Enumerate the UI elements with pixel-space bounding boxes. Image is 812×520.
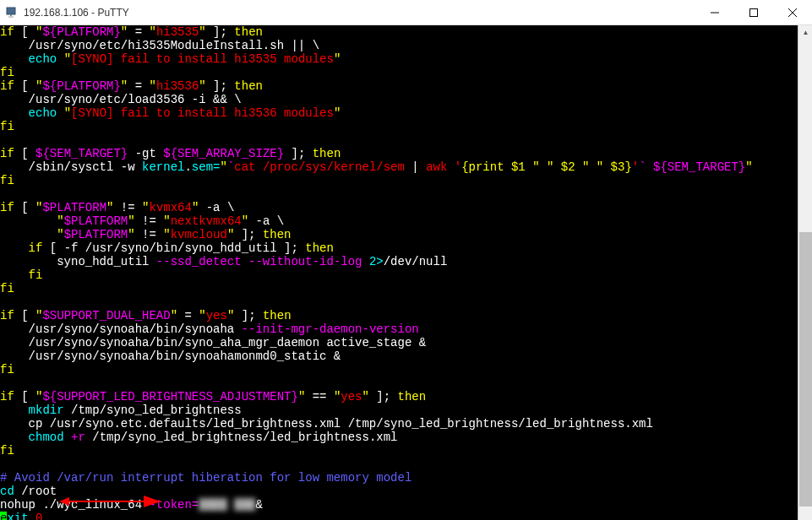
putty-icon — [5, 6, 19, 19]
code-token: /usr/syno/synoaha/bin/syno_aha_mgr_daemo… — [0, 336, 426, 349]
code-token: fi — [0, 444, 14, 458]
code-token: +r — [71, 431, 85, 444]
titlebar[interactable]: 192.168.1.106 - PuTTY — [0, 0, 812, 25]
code-token: " — [362, 390, 369, 404]
code-token: echo — [0, 106, 57, 120]
code-token: " — [128, 214, 134, 228]
code-token: ]; — [284, 147, 313, 160]
code-token: $PLATFORM — [42, 201, 106, 214]
minimize-button[interactable] — [695, 0, 734, 25]
code-token: hi3536 — [156, 79, 199, 93]
code-token: [SYNO] fail to install hi3536 modules — [71, 106, 334, 120]
code-token: /tmp/syno_led_brightness/led_brightness.… — [85, 431, 398, 444]
code-token: fi — [0, 120, 14, 133]
code-token: ' — [632, 160, 639, 174]
code-token: ${SEM_ARRAY_SIZE} — [163, 147, 284, 160]
code-token: # Avoid /var/run interrupt hiberation fo… — [0, 471, 411, 485]
scrollbar[interactable]: ▲ — [798, 25, 812, 520]
terminal-content[interactable]: if [ "${PLATFORM}" = "hi3535" ]; then /u… — [0, 25, 798, 520]
code-token: --ssd_detect --without-id-log — [156, 255, 362, 268]
code-token: " — [64, 52, 71, 66]
maximize-button[interactable] — [734, 0, 773, 25]
code-token: [ — [14, 147, 35, 160]
code-token: " — [242, 214, 248, 228]
code-token: " — [199, 79, 205, 93]
code-token: hi3535 — [156, 25, 199, 39]
code-token: --init-mgr-daemon-version — [242, 322, 419, 336]
code-token: if — [0, 390, 14, 404]
code-token: " — [334, 52, 341, 66]
code-token: cat /proc/sys/kernel/sem — [234, 160, 411, 174]
code-token: /usr/syno/synoaha/bin/synoahamonmd0_stat… — [0, 349, 341, 363]
code-token: $PLATFORM — [64, 214, 128, 228]
code-token: != — [135, 214, 164, 228]
code-token: " — [220, 160, 226, 174]
code-token: -a \ — [199, 201, 234, 214]
code-token: nextkvmx64 — [171, 214, 242, 228]
code-token: cd — [0, 485, 14, 498]
code-token: then — [263, 309, 292, 322]
code-token — [64, 431, 71, 444]
code-token — [57, 106, 63, 120]
code-token: $PLATFORM — [64, 228, 128, 241]
code-token: 2> — [369, 255, 384, 268]
code-token: then — [313, 147, 341, 160]
scroll-up-arrow[interactable]: ▲ — [798, 25, 812, 40]
code-token: mkdir — [0, 404, 64, 417]
close-button[interactable] — [773, 0, 812, 25]
code-token: /sbin/sysctl -w — [0, 160, 142, 174]
code-token: yes — [206, 309, 227, 322]
code-token: ${SEM_TARGET} — [653, 160, 745, 174]
code-token: " — [149, 79, 155, 93]
code-token: ${PLATFORM} — [42, 79, 120, 93]
code-token: ${PLATFORM} — [42, 25, 120, 39]
code-token: " — [334, 106, 341, 120]
code-token: " — [163, 228, 170, 241]
code-token: [ -f /usr/syno/bin/syno_hdd_util ]; — [42, 241, 305, 255]
code-token: ]; — [234, 228, 263, 241]
window-controls — [695, 0, 812, 25]
code-token: = — [128, 25, 149, 39]
code-token: -token= — [149, 498, 199, 512]
code-token: then — [234, 25, 263, 39]
code-token: then — [234, 79, 263, 93]
code-token: = — [177, 309, 199, 322]
code-token: /usr/syno/etc/load3536 -i && \ — [0, 93, 242, 106]
code-token: [ — [14, 25, 35, 39]
code-token: . — [184, 160, 191, 174]
code-token: == — [305, 390, 334, 404]
code-token: = — [128, 79, 149, 93]
code-token: /usr/syno/etc/hi3535ModuleInstall.sh || … — [0, 39, 319, 52]
code-token: [ — [14, 390, 35, 404]
code-token: " — [171, 309, 177, 322]
code-token: fi — [0, 174, 14, 187]
code-token: " — [199, 309, 205, 322]
code-token: then — [398, 390, 427, 404]
code-token: ████ ███ — [199, 498, 255, 512]
svg-rect-0 — [7, 8, 15, 14]
code-token: if — [0, 309, 14, 322]
code-token: " — [128, 228, 134, 241]
putty-window: 192.168.1.106 - PuTTY if [ "${PLATFORM}"… — [0, 0, 812, 520]
code-token — [362, 255, 368, 268]
code-token: " — [745, 160, 752, 174]
code-token: if — [0, 241, 42, 255]
code-token: fi — [0, 282, 14, 295]
code-token: nohup ./wyc_linux_64 — [0, 498, 149, 512]
code-token: if — [0, 147, 14, 160]
code-token: ]; — [369, 390, 398, 404]
code-token: awk ' — [419, 160, 461, 174]
code-token: echo — [0, 52, 57, 66]
code-token: fi — [0, 268, 42, 282]
code-token: [ — [14, 79, 35, 93]
code-token: [SYNO] fail to install hi3535 modules — [71, 52, 334, 66]
code-token: [ — [14, 309, 35, 322]
code-token: " — [121, 79, 128, 93]
window-title: 192.168.1.106 - PuTTY — [24, 7, 695, 19]
code-token: if — [0, 79, 14, 93]
scroll-thumb[interactable] — [799, 232, 812, 506]
code-token: cp /usr/syno.etc.defaults/led_brightness… — [0, 417, 653, 431]
code-token: " — [199, 25, 205, 39]
svg-rect-4 — [750, 8, 758, 16]
code-token: {print $1 " " $2 " " $3} — [461, 160, 632, 174]
